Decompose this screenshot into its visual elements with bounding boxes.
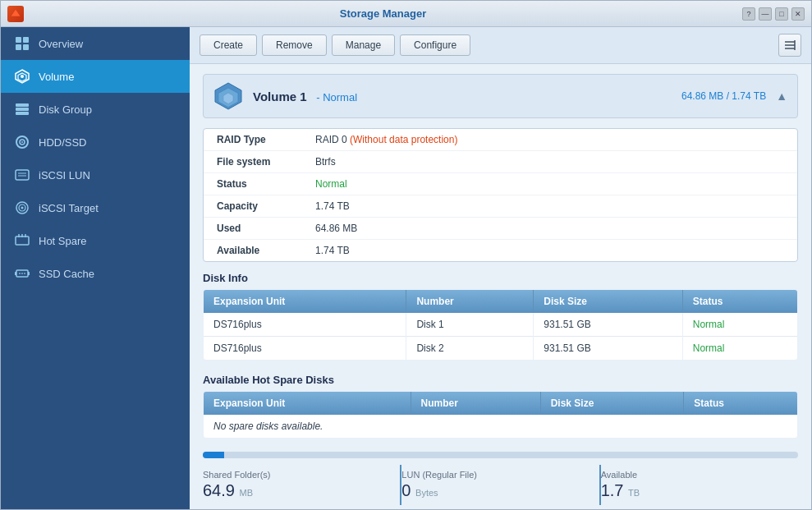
hot-spare-table: Expansion Unit Number Disk Size Status N… xyxy=(203,391,798,439)
spare-col-status: Status xyxy=(684,392,798,416)
main-window: Storage Manager ? — □ ✕ Overview xyxy=(0,0,812,510)
detail-capacity: Capacity 1.74 TB xyxy=(204,195,797,218)
sidebar-item-ssd-cache[interactable]: SSD Cache xyxy=(1,257,190,290)
raid-type-value: RAID 0 (Without data protection) xyxy=(315,134,457,145)
collapse-button[interactable]: ▲ xyxy=(776,90,787,103)
window-controls: ? — □ ✕ xyxy=(742,7,805,21)
detail-filesystem: File system Btrfs xyxy=(204,151,797,173)
spare-table-header: Expansion Unit Number Disk Size Status xyxy=(204,392,798,416)
main-content: Create Remove Manage Configure xyxy=(190,27,811,509)
detail-status: Status Normal xyxy=(204,173,797,195)
volume-details: RAID Type RAID 0 (Without data protectio… xyxy=(203,128,798,262)
app-body: Overview Volume xyxy=(1,27,811,509)
status-label: Status xyxy=(217,178,315,190)
svg-point-7 xyxy=(21,75,24,78)
sidebar-overview-label: Overview xyxy=(39,38,83,50)
iscsi-target-icon xyxy=(14,200,30,216)
disk2-unit: DS716plus xyxy=(204,337,406,361)
usage-progress-bar xyxy=(203,452,798,458)
raid-warning: (Without data protection) xyxy=(350,134,457,145)
volume-status-tag: - Normal xyxy=(316,91,357,103)
volume-title-area: Volume 1 - Normal xyxy=(253,90,357,103)
svg-rect-2 xyxy=(23,37,29,43)
disk1-number: Disk 1 xyxy=(406,313,534,337)
usage-progress-fill xyxy=(203,452,224,458)
spare-col-disk-size: Disk Size xyxy=(540,392,684,416)
manage-button[interactable]: Manage xyxy=(332,34,395,56)
sidebar-item-volume[interactable]: Volume xyxy=(1,60,190,93)
overview-icon xyxy=(14,35,30,52)
hdd-icon xyxy=(14,134,30,150)
disk2-size: 931.51 GB xyxy=(534,337,682,361)
configure-button[interactable]: Configure xyxy=(400,34,470,56)
svg-marker-0 xyxy=(11,9,21,16)
disk1-unit: DS716plus xyxy=(204,313,406,337)
spare-col-number: Number xyxy=(411,392,540,416)
svg-point-19 xyxy=(21,207,24,209)
detail-raid-type: RAID Type RAID 0 (Without data protectio… xyxy=(204,129,797,151)
col-number: Number xyxy=(406,290,534,314)
available-value: 1.74 TB xyxy=(315,245,350,256)
disk-info-title: Disk Info xyxy=(203,272,798,284)
sidebar-item-iscsi-lun[interactable]: iSCSI LUN xyxy=(1,159,190,191)
available-label: Available xyxy=(217,245,315,256)
list-view-button[interactable] xyxy=(778,34,801,57)
lun-value: 0 xyxy=(401,481,411,499)
sidebar-item-hdd-ssd[interactable]: HDD/SSD xyxy=(1,126,190,159)
sidebar: Overview Volume xyxy=(1,27,190,509)
volume-3d-icon xyxy=(213,81,243,111)
sidebar-hot-spare-label: Hot Spare xyxy=(39,235,87,247)
disk1-size: 931.51 GB xyxy=(534,313,682,337)
sidebar-iscsi-target-label: iSCSI Target xyxy=(39,202,99,214)
window-title: Storage Manager xyxy=(24,7,742,20)
hot-spare-title: Available Hot Spare Disks xyxy=(203,374,798,386)
create-button[interactable]: Create xyxy=(200,34,257,56)
capacity-label: Capacity xyxy=(217,200,315,212)
filesystem-label: File system xyxy=(217,156,315,168)
lun-unit: Bytes xyxy=(415,488,438,498)
sidebar-disk-group-label: Disk Group xyxy=(39,103,92,116)
volume-header: Volume 1 - Normal 64.86 MB / 1.74 TB ▲ xyxy=(203,74,798,118)
disk-group-icon xyxy=(14,101,30,117)
content-area: Volume 1 - Normal 64.86 MB / 1.74 TB ▲ R… xyxy=(190,64,811,509)
available-footer-label: Available xyxy=(601,470,798,480)
sidebar-item-disk-group[interactable]: Disk Group xyxy=(1,93,190,126)
sidebar-item-hot-spare[interactable]: Hot Spare xyxy=(1,224,190,257)
svg-rect-20 xyxy=(16,237,29,245)
col-disk-size: Disk Size xyxy=(534,290,682,314)
svg-rect-14 xyxy=(16,170,29,180)
svg-rect-28 xyxy=(15,272,16,275)
svg-point-13 xyxy=(21,141,23,143)
app-icon xyxy=(7,6,24,22)
sidebar-hdd-label: HDD/SSD xyxy=(39,136,87,149)
disk-row-1: DS716plus Disk 1 931.51 GB Normal xyxy=(204,313,798,337)
spare-empty-row: No spare disks available. xyxy=(204,415,798,439)
sidebar-item-overview[interactable]: Overview xyxy=(1,27,190,60)
toolbar: Create Remove Manage Configure xyxy=(190,27,811,64)
spare-empty-msg: No spare disks available. xyxy=(204,415,798,439)
lun-label: LUN (Regular File) xyxy=(401,470,599,480)
raid-type-label: RAID Type xyxy=(217,134,315,145)
help-button[interactable]: ? xyxy=(742,7,755,21)
available-value-row: 1.7 TB xyxy=(601,481,798,500)
volume-icon xyxy=(14,68,30,85)
detail-used: Used 64.86 MB xyxy=(204,218,797,240)
lun-value-row: 0 Bytes xyxy=(401,481,599,500)
sidebar-item-iscsi-target[interactable]: iSCSI Target xyxy=(1,191,190,224)
shared-folder-value: 64.9 xyxy=(203,481,235,499)
svg-rect-3 xyxy=(16,44,21,50)
close-button[interactable]: ✕ xyxy=(791,7,805,21)
col-expansion-unit: Expansion Unit xyxy=(204,290,406,314)
shared-folder-label: Shared Folder(s) xyxy=(203,470,400,480)
maximize-button[interactable]: □ xyxy=(775,7,788,21)
lun-stat: LUN (Regular File) 0 Bytes xyxy=(401,465,600,505)
svg-rect-9 xyxy=(16,108,29,111)
svg-rect-29 xyxy=(28,272,30,275)
remove-button[interactable]: Remove xyxy=(262,34,327,56)
volume-usage: 64.86 MB / 1.74 TB xyxy=(681,90,766,102)
minimize-button[interactable]: — xyxy=(759,7,772,21)
svg-rect-8 xyxy=(16,103,29,107)
disk2-status: Normal xyxy=(682,337,797,361)
col-status: Status xyxy=(682,290,797,314)
used-value: 64.86 MB xyxy=(315,223,357,234)
